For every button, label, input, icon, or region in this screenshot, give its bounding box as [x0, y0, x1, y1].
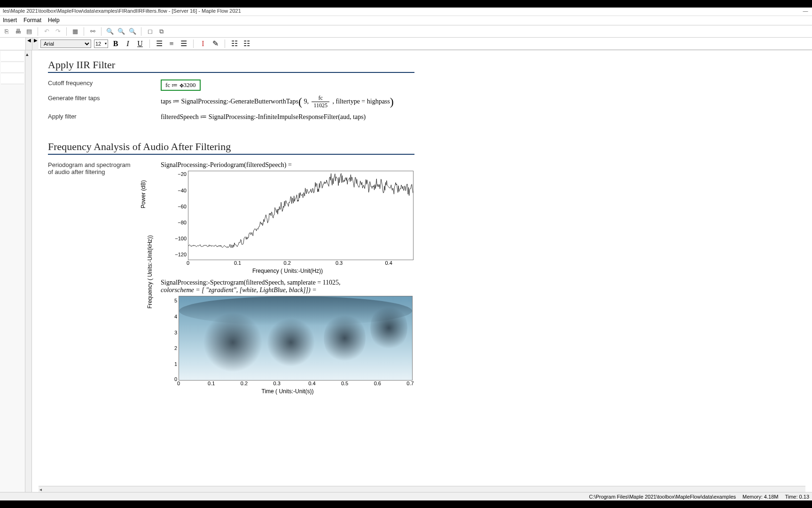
canvas-button-2[interactable]: ⧉: [156, 27, 166, 36]
row-cutoff-frequency: Cutoff frequency fc ≔ ✥3200: [48, 79, 414, 91]
separator: [225, 40, 225, 48]
separator: [84, 27, 84, 36]
font-select[interactable]: Arial: [40, 40, 91, 48]
undo-button[interactable]: ↶: [42, 27, 51, 36]
label-plots: Periodogram and spectrogram of audio aft…: [48, 161, 161, 175]
document-canvas[interactable]: Apply IIR Filter Cutoff frequency fc ≔ ✥…: [39, 50, 812, 492]
zoom-reset-button[interactable]: 🔍: [117, 27, 126, 36]
label-taps: Generate filter taps: [48, 95, 161, 109]
window-titlebar: les\Maple 2021\toolbox\MapleFlow\data\ex…: [0, 8, 812, 16]
expr-taps[interactable]: taps ≔ SignalProcessing:-GenerateButterw…: [161, 95, 414, 109]
row-generate-taps: Generate filter taps taps ≔ SignalProces…: [48, 95, 414, 109]
separator: [149, 40, 150, 48]
separator: [193, 40, 194, 48]
spectrogram-xlabel: Time ( Units:-Unit(s)): [161, 388, 414, 395]
periodogram-plot: −20 −40 −60 −80 −100 −120: [188, 171, 414, 260]
separator: [38, 27, 38, 36]
expr-prefix: fc ≔: [165, 81, 180, 88]
align-right-button[interactable]: ☰: [179, 39, 188, 48]
main-toolbar: ⎘ 🖶 ▤ ↶ ↷ ▦ ⚯ 🔍 🔍 🔍 ◻ ⧉: [0, 25, 812, 38]
number-list-button[interactable]: ☷: [242, 39, 251, 48]
periodogram-xticks: 0 0.1 0.2 0.3 0.4: [188, 260, 414, 267]
periodogram-ylabel: Power (dB): [140, 180, 147, 208]
side-panel-row[interactable]: [1, 63, 24, 73]
window-title: les\Maple 2021\toolbox\MapleFlow\data\ex…: [3, 8, 241, 15]
side-panel-row[interactable]: [1, 51, 24, 62]
section-heading: Frequency Analysis of Audio After Filter…: [48, 141, 414, 153]
text-tool-button[interactable]: I: [198, 39, 208, 48]
plot-call-spectrogram-l2: colorscheme = [ "zgradient", [white, Lig…: [161, 286, 317, 294]
bold-button[interactable]: B: [111, 39, 120, 48]
periodogram-xlabel: Frequency ( Units:-Unit(Hz)): [161, 268, 414, 274]
font-size-value: 12: [95, 41, 101, 47]
zoom-in-button[interactable]: 🔍: [105, 27, 115, 36]
horizontal-scrollbar[interactable]: ◂: [39, 486, 805, 492]
minimize-button[interactable]: —: [802, 8, 809, 14]
active-input-fc[interactable]: fc ≔ ✥3200: [161, 79, 201, 91]
italic-button[interactable]: I: [123, 39, 133, 48]
fraction: fc 11025: [312, 95, 329, 109]
expr-value: 3200: [184, 81, 196, 88]
canvas-button-1[interactable]: ◻: [145, 27, 155, 36]
menu-bar: Insert Format Help: [0, 16, 812, 25]
grid-button[interactable]: ▦: [70, 27, 80, 36]
bullet-list-button[interactable]: ☷: [230, 39, 239, 48]
periodogram-svg: [188, 171, 413, 260]
row-apply-filter: Apply filter filteredSpeech ≔ SignalProc…: [48, 113, 414, 121]
label-line: Periodogram and spectrogram: [48, 161, 161, 168]
align-left-button[interactable]: ☰: [155, 39, 164, 48]
menu-format[interactable]: Format: [23, 17, 41, 24]
link-button[interactable]: ⚯: [88, 27, 97, 36]
status-bar: C:\Program Files\Maple 2021\toolbox\Mapl…: [0, 492, 812, 492]
side-panel: [0, 50, 25, 492]
scroll-up-icon[interactable]: ▴: [26, 51, 29, 57]
fraction-num: fc: [312, 95, 329, 102]
move-cursor-icon: ✥: [180, 83, 184, 89]
plot-call-periodogram[interactable]: SignalProcessing:-Periodogram(filteredSp…: [161, 161, 414, 169]
align-center-button[interactable]: ≡: [167, 39, 176, 48]
zoom-out-button[interactable]: 🔍: [128, 27, 137, 36]
spectrogram-xticks: 0 0.1 0.2 0.3 0.4 0.5 0.6 0.7: [179, 381, 413, 387]
ruler-gutter: [32, 50, 39, 492]
fraction-den: 11025: [312, 102, 329, 109]
window-controls: —: [802, 8, 809, 15]
separator: [66, 27, 67, 36]
redo-button[interactable]: ↷: [53, 27, 62, 36]
spectrogram-yticks: 5 4 3 2 1 0: [170, 296, 177, 380]
format-toolbar: Arial 12 ▾ B I U ☰ ≡ ☰ I ✎ ☷ ☷: [39, 38, 812, 50]
menu-help[interactable]: Help: [48, 17, 60, 24]
spectrogram-plot: 5 4 3 2 1 0: [179, 296, 413, 381]
label-cutoff: Cutoff frequency: [48, 79, 161, 91]
expr-apply[interactable]: filteredSpeech ≔ SignalProcessing:-Infin…: [161, 113, 414, 121]
panel-expand-right[interactable]: ▶: [32, 38, 39, 50]
side-panel-row[interactable]: [1, 74, 24, 84]
separator: [101, 27, 102, 36]
separator: [141, 27, 141, 36]
expr-part: , filtertype = highpass: [333, 98, 390, 105]
menu-insert[interactable]: Insert: [3, 17, 17, 24]
expr-part: taps ≔ SignalProcessing:-GenerateButterw…: [161, 98, 298, 105]
print-button[interactable]: 🖶: [13, 27, 23, 36]
spectrogram-ylabel: Frequency ( Units:-Unit(kHz)): [147, 235, 153, 309]
vertical-scroll-gutter[interactable]: ▴: [25, 50, 32, 492]
toolbar-button-1[interactable]: ⎘: [2, 27, 11, 36]
highlight-button[interactable]: ✎: [211, 39, 220, 48]
font-size-select[interactable]: 12 ▾: [94, 40, 108, 48]
expr-part: 9,: [304, 98, 309, 105]
plot-call-spectrogram-l1[interactable]: SignalProcessing:-Spectrogram(filteredSp…: [161, 279, 414, 286]
label-apply: Apply filter: [48, 113, 161, 121]
label-line: of audio after filtering: [48, 168, 161, 175]
letterbox-top: [0, 0, 812, 8]
periodogram-yticks: −20 −40 −60 −80 −100 −120: [172, 171, 187, 260]
toolbar-button-3[interactable]: ▤: [24, 27, 34, 36]
section-rule: [48, 72, 414, 73]
panel-collapse-left[interactable]: ◀: [25, 38, 32, 50]
underline-button[interactable]: U: [135, 39, 145, 48]
section-heading: Apply IIR Filter: [48, 59, 414, 71]
section-rule: [48, 154, 414, 155]
dropdown-icon: ▾: [105, 41, 107, 46]
